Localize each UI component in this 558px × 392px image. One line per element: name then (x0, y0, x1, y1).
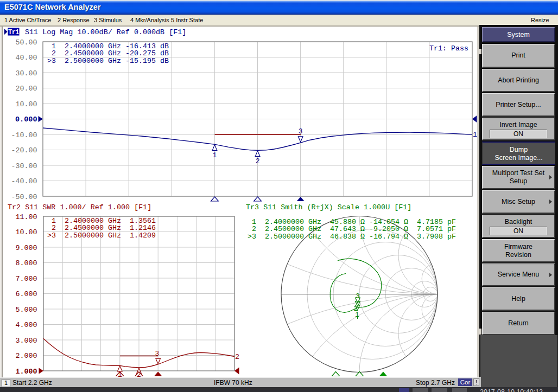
svg-text:0.000: 0.000 (15, 115, 37, 124)
svg-text:-50.00: -50.00 (11, 193, 37, 201)
svg-text:1: 1 (473, 131, 477, 139)
svg-text:-20.00: -20.00 (11, 146, 37, 155)
svg-text:Tr3 S11 Smith (R+jX) Scale 1.0: Tr3 S11 Smith (R+jX) Scale 1.000U [F1] (246, 203, 411, 211)
svg-text:>3 2.5000000 GHz -15.195 dB: >3 2.5000000 GHz -15.195 dB (47, 57, 169, 65)
svg-text:Tr1: Tr1 (8, 29, 19, 36)
svg-text:>3 2.5000000 GHz 46.838 Ω -1: >3 2.5000000 GHz 46.838 Ω -16.794 Ω 3.79… (248, 233, 456, 241)
svg-text:-30.00: -30.00 (11, 162, 37, 170)
svg-text:>3 2.5000000 GHz 1.4209: >3 2.5000000 GHz 1.4209 (47, 232, 156, 240)
svg-text:3: 3 (299, 127, 303, 136)
svg-text:1.000: 1.000 (16, 368, 37, 376)
svg-text:-10.00: -10.00 (11, 131, 37, 139)
svg-text:Tr1: Pass: Tr1: Pass (429, 44, 468, 53)
svg-text:2.000: 2.000 (16, 352, 37, 360)
svg-text:9.000: 9.000 (16, 244, 37, 252)
svg-text:50.00: 50.00 (16, 38, 37, 47)
svg-text:10.00: 10.00 (16, 228, 37, 236)
svg-text:Tr2 S11 SWR 1.000/ Ref 1.000 [: Tr2 S11 SWR 1.000/ Ref 1.000 [F1] (8, 203, 151, 211)
svg-text:5.000: 5.000 (16, 306, 37, 314)
svg-text:3.000: 3.000 (16, 337, 37, 345)
svg-text:11.00: 11.00 (16, 213, 37, 221)
svg-text:1: 1 (213, 151, 217, 159)
svg-text:10.00: 10.00 (16, 100, 37, 108)
svg-text:20.00: 20.00 (16, 85, 37, 93)
svg-text:6.000: 6.000 (16, 290, 37, 298)
svg-text:30.00: 30.00 (16, 69, 37, 78)
svg-text:40.00: 40.00 (16, 54, 37, 62)
svg-text:3: 3 (155, 350, 160, 358)
svg-text:S11 Log Mag 10.00dB/ Ref 0.000: S11 Log Mag 10.00dB/ Ref 0.000dB [F1] (25, 28, 186, 36)
svg-text:7.000: 7.000 (16, 275, 37, 283)
svg-text:4.000: 4.000 (16, 321, 37, 329)
svg-text:-40.00: -40.00 (11, 177, 37, 185)
svg-text:8.000: 8.000 (16, 259, 37, 267)
svg-text:2: 2 (256, 157, 260, 165)
svg-text:2: 2 (235, 353, 239, 361)
